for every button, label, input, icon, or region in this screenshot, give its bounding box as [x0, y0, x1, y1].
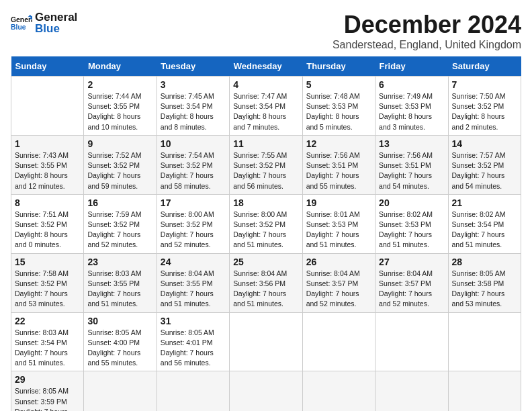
- day-number: 23: [87, 257, 152, 267]
- calendar-cell: 17Sunrise: 8:00 AMSunset: 3:52 PMDayligh…: [157, 194, 229, 253]
- day-number: 21: [452, 197, 517, 208]
- day-number: 24: [161, 257, 226, 267]
- day-number: 13: [379, 138, 444, 149]
- weekday-header-thursday: Thursday: [302, 56, 375, 77]
- calendar-cell: 10Sunrise: 7:54 AMSunset: 3:52 PMDayligh…: [157, 135, 229, 194]
- calendar-cell: 2Sunrise: 7:44 AMSunset: 3:55 PMDaylight…: [84, 77, 157, 136]
- calendar-cell: 7Sunrise: 7:50 AMSunset: 3:52 PMDaylight…: [448, 77, 521, 136]
- day-number: 26: [306, 257, 371, 267]
- calendar-cell: 8Sunrise: 7:51 AMSunset: 3:52 PMDaylight…: [11, 194, 84, 253]
- calendar-cell: 23Sunrise: 8:03 AMSunset: 3:55 PMDayligh…: [84, 253, 157, 312]
- calendar-cell: 14Sunrise: 7:57 AMSunset: 3:52 PMDayligh…: [448, 135, 521, 194]
- header: General Blue General Blue December 2024 …: [11, 11, 521, 51]
- day-number: 14: [452, 138, 517, 149]
- weekday-header-friday: Friday: [375, 56, 448, 77]
- day-info: Sunrise: 8:05 AMSunset: 4:01 PMDaylight:…: [161, 328, 226, 369]
- calendar-cell: 24Sunrise: 8:04 AMSunset: 3:55 PMDayligh…: [157, 253, 229, 312]
- logo-icon: General Blue: [11, 15, 32, 31]
- day-info: Sunrise: 7:58 AMSunset: 3:52 PMDaylight:…: [15, 269, 80, 310]
- calendar-cell: 28Sunrise: 8:05 AMSunset: 3:58 PMDayligh…: [448, 253, 521, 312]
- day-number: 27: [379, 257, 444, 267]
- logo: General Blue General Blue: [11, 11, 77, 35]
- day-info: Sunrise: 7:51 AMSunset: 3:52 PMDaylight:…: [15, 210, 80, 250]
- day-info: Sunrise: 7:44 AMSunset: 3:55 PMDaylight:…: [87, 91, 152, 132]
- calendar-row-3: 15Sunrise: 7:58 AMSunset: 3:52 PMDayligh…: [11, 253, 521, 312]
- day-number: 17: [161, 197, 226, 208]
- calendar-row-1: 1Sunrise: 7:43 AMSunset: 3:55 PMDaylight…: [11, 135, 521, 194]
- day-info: Sunrise: 8:03 AMSunset: 3:55 PMDaylight:…: [87, 269, 152, 310]
- calendar-cell: 22Sunrise: 8:03 AMSunset: 3:54 PMDayligh…: [11, 312, 84, 371]
- calendar-cell: [448, 371, 521, 411]
- day-info: Sunrise: 7:48 AMSunset: 3:53 PMDaylight:…: [306, 91, 371, 132]
- weekday-header-sunday: Sunday: [11, 56, 84, 77]
- calendar-cell: [157, 371, 229, 411]
- day-info: Sunrise: 7:56 AMSunset: 3:51 PMDaylight:…: [306, 150, 371, 191]
- weekday-header-tuesday: Tuesday: [157, 56, 229, 77]
- day-number: 29: [15, 374, 80, 385]
- day-info: Sunrise: 7:50 AMSunset: 3:52 PMDaylight:…: [452, 91, 517, 132]
- calendar-cell: 26Sunrise: 8:04 AMSunset: 3:57 PMDayligh…: [302, 253, 375, 312]
- calendar-cell: 18Sunrise: 8:00 AMSunset: 3:52 PMDayligh…: [230, 194, 302, 253]
- day-info: Sunrise: 8:02 AMSunset: 3:53 PMDaylight:…: [379, 210, 444, 250]
- calendar-cell: 20Sunrise: 8:02 AMSunset: 3:53 PMDayligh…: [375, 194, 448, 253]
- day-info: Sunrise: 7:43 AMSunset: 3:55 PMDaylight:…: [15, 150, 80, 191]
- weekday-header-saturday: Saturday: [448, 56, 521, 77]
- day-number: 16: [87, 197, 152, 208]
- day-number: 4: [233, 79, 298, 90]
- day-info: Sunrise: 8:04 AMSunset: 3:57 PMDaylight:…: [306, 269, 371, 310]
- day-info: Sunrise: 7:56 AMSunset: 3:51 PMDaylight:…: [379, 150, 444, 191]
- page-container: General Blue General Blue December 2024 …: [11, 11, 521, 411]
- day-number: 19: [306, 197, 371, 208]
- day-info: Sunrise: 8:02 AMSunset: 3:54 PMDaylight:…: [452, 210, 517, 250]
- day-info: Sunrise: 8:03 AMSunset: 3:54 PMDaylight:…: [15, 328, 80, 369]
- calendar-cell: 21Sunrise: 8:02 AMSunset: 3:54 PMDayligh…: [448, 194, 521, 253]
- calendar-cell: 3Sunrise: 7:45 AMSunset: 3:54 PMDaylight…: [157, 77, 229, 136]
- day-info: Sunrise: 7:47 AMSunset: 3:54 PMDaylight:…: [233, 91, 298, 132]
- day-number: 22: [15, 316, 80, 326]
- day-info: Sunrise: 8:04 AMSunset: 3:55 PMDaylight:…: [161, 269, 226, 310]
- day-info: Sunrise: 7:59 AMSunset: 3:52 PMDaylight:…: [87, 210, 152, 250]
- day-number: 2: [87, 79, 152, 90]
- day-info: Sunrise: 8:04 AMSunset: 3:56 PMDaylight:…: [233, 269, 298, 310]
- day-number: 11: [233, 138, 298, 149]
- day-number: 6: [379, 79, 444, 90]
- day-number: 9: [87, 138, 152, 149]
- svg-text:Blue: Blue: [11, 24, 26, 31]
- day-info: Sunrise: 7:55 AMSunset: 3:52 PMDaylight:…: [233, 150, 298, 191]
- calendar-row-0: 2Sunrise: 7:44 AMSunset: 3:55 PMDaylight…: [11, 77, 521, 136]
- calendar-cell: [11, 77, 84, 136]
- calendar-cell: 4Sunrise: 7:47 AMSunset: 3:54 PMDaylight…: [230, 77, 302, 136]
- calendar-cell: 30Sunrise: 8:05 AMSunset: 4:00 PMDayligh…: [84, 312, 157, 371]
- calendar-cell: 12Sunrise: 7:56 AMSunset: 3:51 PMDayligh…: [302, 135, 375, 194]
- day-number: 30: [87, 316, 152, 326]
- calendar-cell: 9Sunrise: 7:52 AMSunset: 3:52 PMDaylight…: [84, 135, 157, 194]
- day-info: Sunrise: 7:57 AMSunset: 3:52 PMDaylight:…: [452, 150, 517, 191]
- day-number: 5: [306, 79, 371, 90]
- day-number: 7: [452, 79, 517, 90]
- day-number: 10: [161, 138, 226, 149]
- day-info: Sunrise: 8:01 AMSunset: 3:53 PMDaylight:…: [306, 210, 371, 250]
- weekday-header-row: SundayMondayTuesdayWednesdayThursdayFrid…: [11, 56, 521, 77]
- day-info: Sunrise: 8:04 AMSunset: 3:57 PMDaylight:…: [379, 269, 444, 310]
- calendar-cell: 16Sunrise: 7:59 AMSunset: 3:52 PMDayligh…: [84, 194, 157, 253]
- calendar-subtitle: Sanderstead, England, United Kingdom: [332, 39, 521, 51]
- calendar-cell: [230, 371, 302, 411]
- calendar-cell: 29Sunrise: 8:05 AMSunset: 3:59 PMDayligh…: [11, 371, 84, 411]
- calendar-cell: [375, 371, 448, 411]
- calendar-cell: [302, 371, 375, 411]
- calendar-cell: [375, 312, 448, 371]
- calendar-cell: 11Sunrise: 7:55 AMSunset: 3:52 PMDayligh…: [230, 135, 302, 194]
- calendar-cell: 31Sunrise: 8:05 AMSunset: 4:01 PMDayligh…: [157, 312, 229, 371]
- day-info: Sunrise: 7:45 AMSunset: 3:54 PMDaylight:…: [161, 91, 226, 132]
- calendar-row-4: 22Sunrise: 8:03 AMSunset: 3:54 PMDayligh…: [11, 312, 521, 371]
- day-number: 1: [15, 138, 80, 149]
- day-info: Sunrise: 7:54 AMSunset: 3:52 PMDaylight:…: [161, 150, 226, 191]
- calendar-cell: [302, 312, 375, 371]
- calendar-row-5: 29Sunrise: 8:05 AMSunset: 3:59 PMDayligh…: [11, 371, 521, 411]
- calendar-cell: 15Sunrise: 7:58 AMSunset: 3:52 PMDayligh…: [11, 253, 84, 312]
- day-info: Sunrise: 8:05 AMSunset: 4:00 PMDaylight:…: [87, 328, 152, 369]
- day-number: 8: [15, 197, 80, 208]
- calendar-cell: 25Sunrise: 8:04 AMSunset: 3:56 PMDayligh…: [230, 253, 302, 312]
- day-number: 12: [306, 138, 371, 149]
- day-number: 20: [379, 197, 444, 208]
